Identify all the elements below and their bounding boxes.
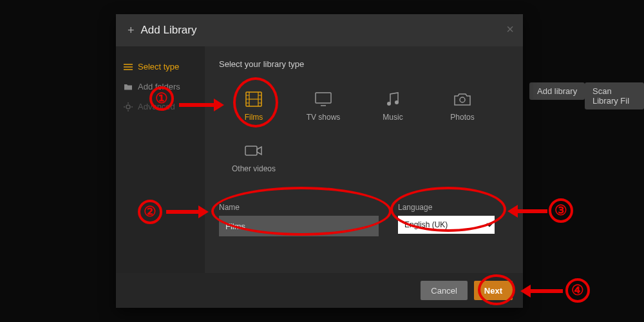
svg-point-20 — [387, 102, 391, 106]
modal-header: + Add Library × — [116, 14, 523, 46]
sidebar-item-label: Advanced — [138, 102, 175, 111]
type-card-other[interactable]: Other videos — [219, 132, 289, 184]
type-card-tv[interactable]: TV shows — [289, 80, 358, 132]
name-label: Name — [219, 203, 379, 212]
content-heading: Select your library type — [219, 59, 509, 69]
sidebar-item-label: Add folders — [138, 82, 180, 91]
svg-rect-18 — [316, 93, 331, 103]
type-card-films[interactable]: Films — [219, 80, 289, 132]
sidebar-item-advanced[interactable]: Advanced — [116, 97, 205, 117]
sidebar-item-label: Select type — [138, 62, 179, 71]
modal-footer: Cancel Next — [116, 273, 523, 308]
type-card-photos[interactable]: Photos — [428, 80, 497, 132]
type-card-music[interactable]: Music — [358, 80, 428, 132]
sidebar-item-add-folders[interactable]: Add folders — [116, 77, 205, 97]
bg-scan-library-button[interactable]: Scan Library Fil — [585, 82, 644, 109]
plus-icon: + — [128, 24, 135, 37]
svg-rect-23 — [245, 146, 257, 155]
annotation-badge-4: ④ — [565, 278, 590, 303]
language-label: Language — [398, 203, 495, 212]
folder-icon — [124, 83, 133, 91]
video-icon — [245, 142, 263, 159]
svg-point-3 — [126, 105, 130, 109]
svg-point-21 — [395, 100, 399, 104]
sidebar-item-select-type[interactable]: Select type — [116, 57, 205, 77]
modal-sidebar: Select type Add folders Advanced — [116, 46, 205, 273]
gear-icon — [124, 102, 133, 111]
name-input[interactable] — [219, 216, 379, 236]
language-select[interactable]: English (UK) — [398, 216, 495, 234]
tv-icon — [314, 91, 332, 108]
svg-point-22 — [460, 97, 465, 102]
type-label: TV shows — [307, 113, 341, 122]
next-button[interactable]: Next — [474, 281, 513, 300]
film-icon — [245, 91, 262, 108]
music-icon — [386, 91, 400, 108]
library-type-grid: Films TV shows Music — [219, 80, 502, 184]
type-label: Films — [245, 113, 263, 122]
language-field: Language English (UK) — [398, 203, 495, 236]
modal-content: Select your library type Films TV shows — [205, 46, 523, 273]
modal-title: Add Library — [141, 24, 197, 37]
close-icon[interactable]: × — [506, 22, 514, 37]
annotation-badge-3: ③ — [549, 198, 573, 223]
annotation-arrow-4 — [531, 289, 563, 293]
bg-add-library-button[interactable]: Add library — [529, 82, 585, 100]
list-icon — [124, 63, 133, 71]
type-label: Music — [383, 113, 402, 122]
type-label: Other videos — [232, 164, 276, 173]
camera-icon — [453, 91, 471, 108]
type-label: Photos — [450, 113, 474, 122]
add-library-modal: + Add Library × Select type Add folders — [116, 14, 523, 308]
name-field: Name — [219, 203, 379, 236]
cancel-button[interactable]: Cancel — [421, 281, 467, 300]
